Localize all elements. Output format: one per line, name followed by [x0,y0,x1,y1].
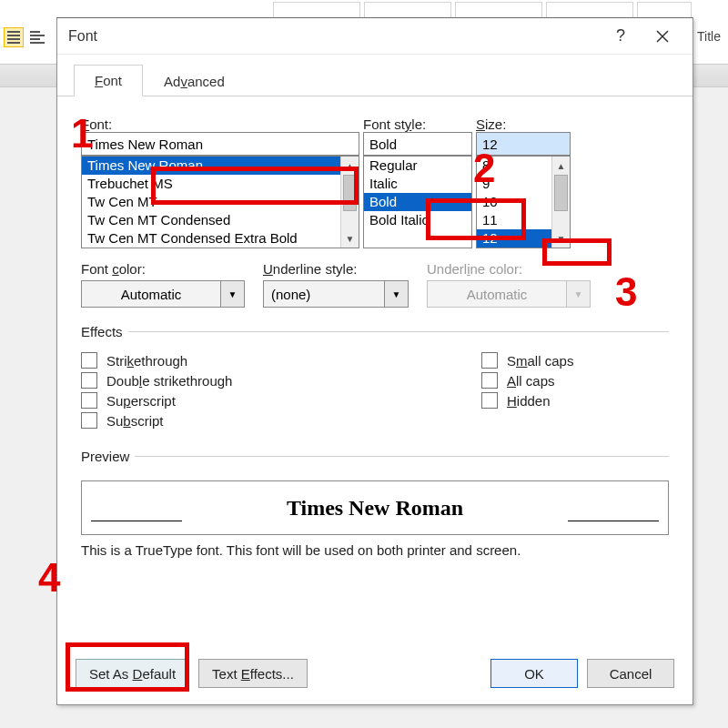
font-input[interactable] [81,132,359,156]
list-item[interactable]: Bold Italic [364,211,471,229]
list-item[interactable]: 8 [477,157,551,175]
chevron-down-icon[interactable]: ▼ [220,281,244,307]
chevron-down-icon[interactable]: ▼ [384,281,408,307]
effects-legend: Effects [81,324,128,339]
dialog-body: Font: Times New Roman Trebuchet MS Tw Ce… [57,96,693,650]
underline-color-value: Automatic [428,287,566,302]
all-caps-label: All caps [507,373,555,389]
superscript-checkbox[interactable] [81,392,97,409]
scroll-thumb[interactable] [554,175,568,211]
underline-style-dropdown[interactable]: (none) ▼ [263,280,409,308]
scroll-thumb[interactable] [343,175,357,211]
list-item[interactable]: 11 [477,211,551,229]
list-item[interactable]: 10 [477,193,551,211]
hidden-checkbox[interactable] [481,392,498,409]
list-item[interactable]: Tw Cen MT Condensed [82,211,340,229]
close-icon [656,30,669,43]
list-item[interactable]: Tw Cen MT Condensed Extra Bold [82,229,340,248]
underline-style-value: (none) [264,287,384,302]
chevron-down-icon: ▼ [566,281,590,307]
hidden-label: Hidden [507,393,551,409]
dialog-titlebar[interactable]: Font ? [57,18,693,55]
list-item[interactable]: Trebuchet MS [82,175,340,193]
list-item[interactable]: Bold [364,193,471,211]
strikethrough-checkbox[interactable] [81,352,97,369]
small-caps-label: Small caps [507,353,573,369]
preview-text: Times New Roman [287,496,463,521]
font-color-value: Automatic [82,287,220,302]
underline-color-label: Underline color: [427,261,591,277]
tab-advanced[interactable]: Advanced [143,66,246,96]
list-item[interactable]: 9 [477,175,551,193]
preview-rule-left [91,521,182,521]
set-as-default-button[interactable]: Set As Default [76,659,189,688]
list-item[interactable]: Tw Cen MT [82,193,340,211]
style-title-label: Title [697,29,721,44]
scroll-up-icon[interactable]: ▲ [552,157,570,175]
dialog-title: Font [68,28,600,45]
align-left-button[interactable] [27,27,47,47]
double-strikethrough-checkbox[interactable] [81,372,97,389]
underline-style-label: Underline style: [263,261,409,277]
scroll-down-icon[interactable]: ▼ [552,229,570,248]
scroll-up-icon[interactable]: ▲ [341,157,359,175]
font-style-input[interactable] [363,132,472,156]
ok-button[interactable]: OK [490,659,578,688]
font-color-label: Font color: [81,261,245,277]
subscript-label: Subscript [106,413,164,429]
list-item[interactable]: Regular [364,157,471,175]
text-effects-button[interactable]: Text Effects... [198,659,308,688]
small-caps-checkbox[interactable] [481,352,498,369]
subscript-checkbox[interactable] [81,412,97,429]
font-listbox[interactable]: Times New Roman Trebuchet MS Tw Cen MT T… [81,156,359,248]
scrollbar[interactable]: ▲ ▼ [340,157,359,248]
paragraph-align-group [4,27,47,47]
strikethrough-label: Strikethrough [106,353,187,369]
underline-color-dropdown: Automatic ▼ [427,280,591,308]
preview-rule-right [568,521,659,521]
all-caps-checkbox[interactable] [481,372,498,389]
list-item[interactable]: 12 [477,229,551,248]
size-listbox[interactable]: 8 9 10 11 12 ▲ ▼ [476,156,571,248]
font-dialog: Font ? Font Advanced Font: Times New Rom… [56,17,693,705]
font-label: Font: [81,116,359,132]
font-description: This is a TrueType font. This font will … [81,542,669,558]
tab-strip: Font Advanced [57,55,693,96]
list-item[interactable]: Italic [364,175,471,193]
font-color-dropdown[interactable]: Automatic ▼ [81,280,245,308]
font-style-listbox[interactable]: Regular Italic Bold Bold Italic [363,156,472,248]
effects-group: Effects Strikethrough Double strikethrou… [81,324,669,432]
preview-legend: Preview [81,449,135,464]
preview-group: Preview Times New Roman This is a TrueTy… [81,449,669,558]
size-label: Size: [476,116,571,132]
help-button[interactable]: ? [600,22,642,51]
scrollbar[interactable]: ▲ ▼ [551,157,570,248]
list-item[interactable]: Times New Roman [82,157,340,175]
align-justify-button[interactable] [4,27,24,47]
tab-font[interactable]: Font [74,65,143,96]
preview-box: Times New Roman [81,480,669,535]
close-button[interactable] [642,22,683,51]
superscript-label: Superscript [106,393,176,409]
cancel-button[interactable]: Cancel [587,659,674,688]
scroll-down-icon[interactable]: ▼ [341,229,359,248]
font-style-label: Font style: [363,116,472,132]
size-input[interactable] [476,132,571,156]
double-strikethrough-label: Double strikethrough [106,373,232,389]
dialog-button-bar: Set As Default Text Effects... OK Cancel [57,650,693,704]
